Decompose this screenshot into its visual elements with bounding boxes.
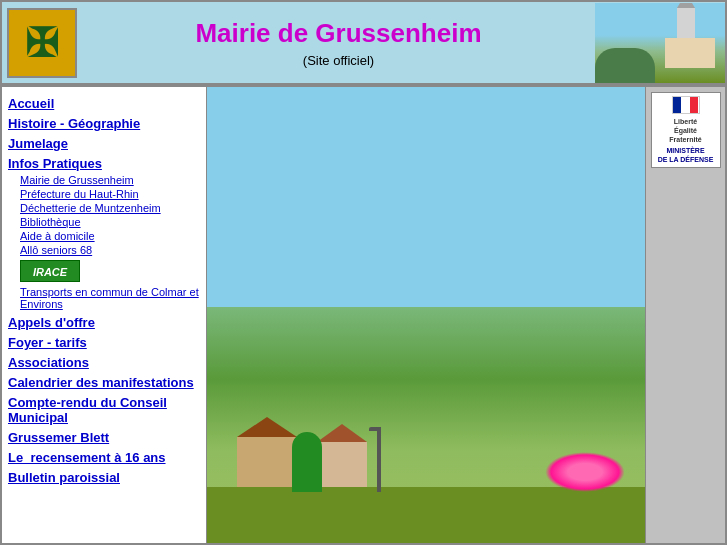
sidebar-item-bibliotheque[interactable]: Bibliothèque <box>20 216 200 228</box>
sidebar-item-jumelage[interactable]: Jumelage <box>8 136 200 151</box>
church-image <box>595 3 725 83</box>
content-area <box>207 87 645 543</box>
trees-decoration <box>595 48 655 83</box>
site-subtitle: (Site officiel) <box>82 53 595 68</box>
header-photo <box>595 3 725 83</box>
content-top-blue <box>207 87 645 307</box>
site-header: ✠ Mairie de Grussenheim (Site officiel) <box>0 0 727 85</box>
ministere-label: MINISTÈREDE LA DÉFENSE <box>655 146 717 164</box>
cross-icon: ✠ <box>25 20 59 66</box>
sidebar-item-aide[interactable]: Aide à domicile <box>20 230 200 242</box>
ministere-badge: LibertéÉgalitéFraternité MINISTÈREDE LA … <box>651 92 721 168</box>
sidebar-item-bulletin[interactable]: Bulletin paroissial <box>8 470 200 485</box>
house-2 <box>317 442 367 487</box>
irace-logo[interactable]: IRACE <box>20 260 80 282</box>
tree-1 <box>292 432 322 492</box>
lamppost <box>377 427 381 492</box>
ground <box>207 487 645 543</box>
flag-white <box>681 97 690 113</box>
sidebar-item-allo[interactable]: Allô seniors 68 <box>20 244 200 256</box>
flag-red <box>690 97 699 113</box>
sidebar-item-histoire[interactable]: Histoire - Géographie <box>8 116 200 131</box>
coat-of-arms: ✠ <box>7 8 77 78</box>
sidebar-item-mairie[interactable]: Mairie de Grussenheim <box>20 174 200 186</box>
content-village-photo <box>207 307 645 543</box>
sidebar-item-appels[interactable]: Appels d'offre <box>8 315 200 330</box>
sidebar-item-infos[interactable]: Infos Pratiques <box>8 156 200 171</box>
flowers <box>545 452 625 492</box>
main-layout: Accueil Histoire - Géographie Jumelage I… <box>0 85 727 545</box>
sidebar-item-blett[interactable]: Grussemer Blett <box>8 430 200 445</box>
coat-of-arms-container: ✠ <box>2 3 82 83</box>
sidebar-item-foyer[interactable]: Foyer - tarifs <box>8 335 200 350</box>
flag-blue <box>673 97 682 113</box>
sidebar-item-transports[interactable]: Transports en commun de Colmar et Enviro… <box>20 286 200 310</box>
sidebar-item-compte-rendu[interactable]: Compte-rendu du Conseil Municipal <box>8 395 200 425</box>
sidebar-item-dechetterie[interactable]: Déchetterie de Muntzenheim <box>20 202 200 214</box>
church-building <box>665 38 715 68</box>
rf-logo <box>655 96 717 114</box>
sidebar-item-calendrier[interactable]: Calendrier des manifestations <box>8 375 200 390</box>
site-title-block: Mairie de Grussenheim (Site officiel) <box>82 18 595 68</box>
sidebar-nav[interactable]: Accueil Histoire - Géographie Jumelage I… <box>2 87 207 543</box>
sidebar-item-prefecture[interactable]: Préfecture du Haut-Rhin <box>20 188 200 200</box>
french-flag <box>672 96 700 114</box>
sidebar-item-accueil[interactable]: Accueil <box>8 96 200 111</box>
republique-text: LibertéÉgalitéFraternité <box>655 117 717 144</box>
site-title: Mairie de Grussenheim <box>82 18 595 49</box>
sidebar-item-associations[interactable]: Associations <box>8 355 200 370</box>
right-panel: LibertéÉgalitéFraternité MINISTÈREDE LA … <box>645 87 725 543</box>
sidebar-item-recensement[interactable]: Le recensement à 16 ans <box>8 450 200 465</box>
house-1 <box>237 437 297 487</box>
